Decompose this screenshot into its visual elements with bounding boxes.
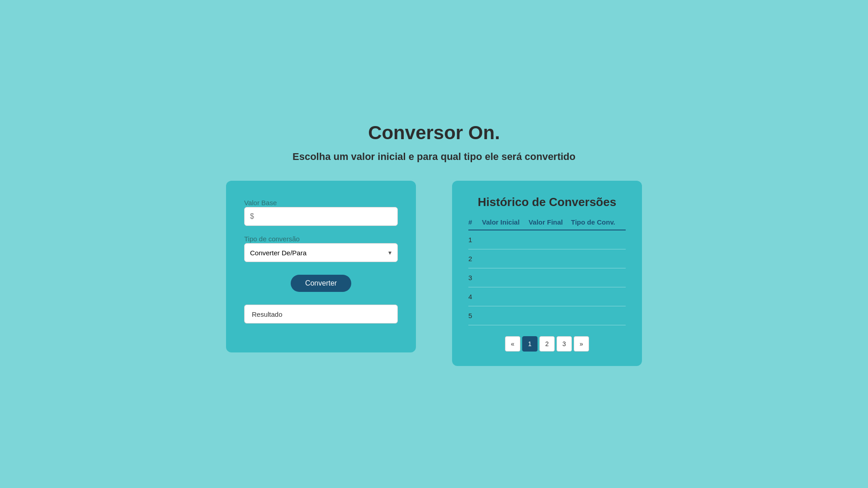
- row-valor-inicial: [482, 268, 528, 287]
- table-row: 1: [468, 230, 626, 249]
- tipo-conversao-select[interactable]: Converter De/Para: [244, 243, 398, 262]
- pagination-prev[interactable]: «: [505, 336, 520, 352]
- resultado-label: Resultado: [244, 305, 290, 324]
- history-table: # Valor Inicial Valor Final Tipo de Conv…: [468, 218, 626, 325]
- col-valor-inicial: Valor Inicial: [482, 218, 528, 230]
- row-num: 5: [468, 306, 482, 325]
- table-row: 4: [468, 287, 626, 306]
- row-valor-final: [528, 287, 571, 306]
- row-valor-final: [528, 306, 571, 325]
- page-header: Conversor On. Escolha um valor inicial e…: [292, 122, 576, 163]
- row-tipo: [571, 306, 626, 325]
- converter-panel: Valor Base Tipo de conversão Converter D…: [226, 181, 416, 352]
- tipo-conversao-label: Tipo de conversão: [244, 235, 300, 243]
- row-valor-inicial: [482, 249, 528, 268]
- tipo-conversao-wrapper: Converter De/Para ▾: [244, 243, 398, 262]
- row-valor-inicial: [482, 306, 528, 325]
- page-title: Conversor On.: [292, 122, 576, 144]
- row-tipo: [571, 230, 626, 249]
- valor-base-label: Valor Base: [244, 199, 277, 206]
- pagination-next[interactable]: »: [574, 336, 589, 352]
- row-num: 2: [468, 249, 482, 268]
- table-row: 3: [468, 268, 626, 287]
- table-row: 2: [468, 249, 626, 268]
- page-subtitle: Escolha um valor inicial e para qual tip…: [292, 151, 576, 163]
- pagination-page1[interactable]: 1: [522, 336, 538, 352]
- row-valor-inicial: [482, 230, 528, 249]
- row-num: 4: [468, 287, 482, 306]
- converter-button[interactable]: Converter: [291, 275, 351, 292]
- pagination-page2[interactable]: 2: [539, 336, 555, 352]
- resultado-input[interactable]: [290, 305, 398, 324]
- table-row: 5: [468, 306, 626, 325]
- row-tipo: [571, 287, 626, 306]
- row-num: 3: [468, 268, 482, 287]
- history-panel: Histórico de Conversões # Valor Inicial …: [452, 181, 642, 366]
- row-valor-final: [528, 268, 571, 287]
- valor-base-input[interactable]: [244, 207, 398, 226]
- content-row: Valor Base Tipo de conversão Converter D…: [226, 181, 642, 366]
- row-num: 1: [468, 230, 482, 249]
- row-valor-final: [528, 230, 571, 249]
- pagination: « 1 2 3 »: [468, 336, 626, 352]
- col-valor-final: Valor Final: [528, 218, 571, 230]
- table-header-row: # Valor Inicial Valor Final Tipo de Conv…: [468, 218, 626, 230]
- row-tipo: [571, 268, 626, 287]
- pagination-page3[interactable]: 3: [557, 336, 572, 352]
- col-tipo: Tipo de Conv.: [571, 218, 626, 230]
- col-num: #: [468, 218, 482, 230]
- row-valor-inicial: [482, 287, 528, 306]
- row-tipo: [571, 249, 626, 268]
- history-title: Histórico de Conversões: [468, 195, 626, 209]
- resultado-row: Resultado: [244, 305, 398, 324]
- row-valor-final: [528, 249, 571, 268]
